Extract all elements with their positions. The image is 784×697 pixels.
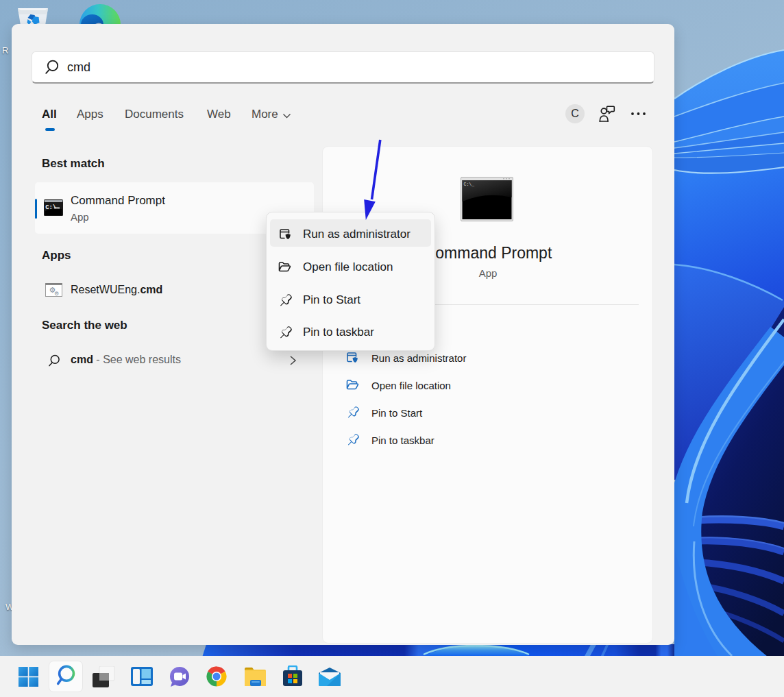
svg-text:⚙: ⚙ <box>54 291 59 297</box>
svg-text:C:\_: C:\_ <box>464 182 475 187</box>
